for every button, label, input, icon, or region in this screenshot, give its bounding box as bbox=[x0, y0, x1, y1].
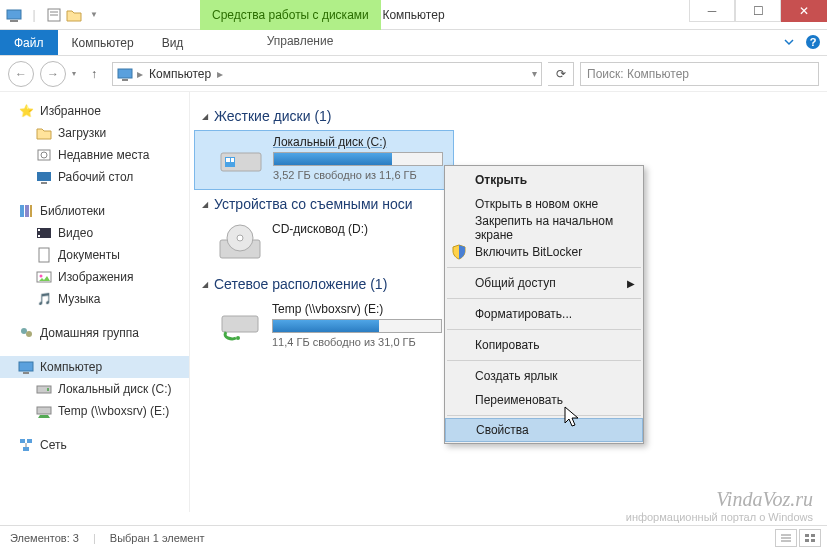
maximize-button[interactable]: ☐ bbox=[735, 0, 781, 22]
folder-icon[interactable] bbox=[66, 7, 82, 23]
sidebar-images[interactable]: Изображения bbox=[0, 266, 189, 288]
sidebar-documents[interactable]: Документы bbox=[0, 244, 189, 266]
drive-label: Локальный диск (C:) bbox=[273, 135, 443, 149]
menu-open[interactable]: Открыть bbox=[445, 168, 643, 192]
sidebar-item-label: Компьютер bbox=[40, 360, 102, 374]
menu-separator bbox=[447, 360, 641, 361]
sidebar-music[interactable]: 🎵Музыка bbox=[0, 288, 189, 310]
ribbon-expand-icon[interactable] bbox=[783, 36, 795, 51]
svg-rect-28 bbox=[37, 407, 51, 414]
sidebar-video[interactable]: Видео bbox=[0, 222, 189, 244]
sidebar-recent[interactable]: Недавние места bbox=[0, 144, 189, 166]
menu-properties[interactable]: Свойства bbox=[445, 418, 643, 442]
sidebar-item-label: Избранное bbox=[40, 104, 101, 118]
recent-dropdown-icon[interactable]: ▾ bbox=[72, 69, 76, 78]
sidebar-temp[interactable]: Temp (\\vboxsrv) (E:) bbox=[0, 400, 189, 422]
drive-local-c[interactable]: Локальный диск (C:) 3,52 ГБ свободно из … bbox=[194, 130, 454, 190]
address-bar[interactable]: ▸ Компьютер ▸ ▾ bbox=[112, 62, 542, 86]
menu-bitlocker[interactable]: Включить BitLocker bbox=[445, 240, 643, 264]
watermark-tagline: информационный портал о Windows bbox=[626, 511, 813, 523]
view-thumbnails-button[interactable] bbox=[799, 529, 821, 547]
sidebar-item-label: Загрузки bbox=[58, 126, 106, 140]
forward-button[interactable]: → bbox=[40, 61, 66, 87]
computer-icon bbox=[6, 7, 22, 23]
navigation-bar: ← → ▾ ↑ ▸ Компьютер ▸ ▾ ⟳ Поиск: Компьют… bbox=[0, 56, 827, 92]
drive-network-e[interactable]: Temp (\\vboxsrv) (E:) 11,4 ГБ свободно и… bbox=[194, 298, 454, 356]
sidebar-downloads[interactable]: Загрузки bbox=[0, 122, 189, 144]
divider: | bbox=[26, 7, 42, 23]
video-icon bbox=[36, 225, 52, 241]
submenu-arrow-icon: ▶ bbox=[627, 278, 635, 289]
status-bar: Элементов: 3 | Выбран 1 элемент bbox=[0, 525, 827, 549]
sidebar-desktop[interactable]: Рабочий стол bbox=[0, 166, 189, 188]
view-details-button[interactable] bbox=[775, 529, 797, 547]
minimize-button[interactable]: ─ bbox=[689, 0, 735, 22]
sidebar-item-label: Домашняя группа bbox=[40, 326, 139, 340]
svg-rect-0 bbox=[7, 10, 21, 19]
titlebar: | ▼ Средства работы с дисками Компьютер … bbox=[0, 0, 827, 30]
breadcrumb-separator-icon[interactable]: ▸ bbox=[137, 67, 143, 81]
menu-format[interactable]: Форматировать... bbox=[445, 302, 643, 326]
group-header-hard-drives[interactable]: Жесткие диски (1) bbox=[194, 102, 823, 130]
ribbon-tab-manage[interactable]: Управление bbox=[200, 30, 400, 52]
status-separator: | bbox=[93, 532, 96, 544]
network-icon bbox=[18, 437, 34, 453]
ribbon-tab-computer[interactable]: Компьютер bbox=[58, 30, 148, 55]
menu-rename[interactable]: Переименовать bbox=[445, 388, 643, 412]
sidebar-libraries[interactable]: Библиотеки bbox=[0, 200, 189, 222]
menu-copy[interactable]: Копировать bbox=[445, 333, 643, 357]
search-input[interactable]: Поиск: Компьютер bbox=[580, 62, 819, 86]
address-dropdown-icon[interactable]: ▾ bbox=[532, 68, 537, 79]
images-icon bbox=[36, 269, 52, 285]
menu-share[interactable]: Общий доступ▶ bbox=[445, 271, 643, 295]
network-drive-icon bbox=[36, 403, 52, 419]
breadcrumb-separator-icon[interactable]: ▸ bbox=[217, 67, 223, 81]
sidebar-network[interactable]: Сеть bbox=[0, 434, 189, 456]
svg-point-39 bbox=[237, 235, 243, 241]
drive-cd-d[interactable]: CD-дисковод (D:) bbox=[194, 218, 454, 270]
svg-point-23 bbox=[26, 331, 32, 337]
drive-usage-bar bbox=[272, 319, 442, 333]
back-button[interactable]: ← bbox=[8, 61, 34, 87]
help-icon[interactable]: ? bbox=[805, 34, 821, 53]
menu-separator bbox=[447, 415, 641, 416]
sidebar-item-label: Изображения bbox=[58, 270, 133, 284]
sidebar-item-label: Рабочий стол bbox=[58, 170, 133, 184]
menu-pin-start[interactable]: Закрепить на начальном экране bbox=[445, 216, 643, 240]
shield-icon bbox=[451, 244, 467, 260]
ribbon-tab-file[interactable]: Файл bbox=[0, 30, 58, 55]
qat-dropdown-icon[interactable]: ▼ bbox=[86, 7, 102, 23]
svg-rect-7 bbox=[118, 69, 132, 78]
context-menu: Открыть Открыть в новом окне Закрепить н… bbox=[444, 165, 644, 444]
libraries-icon bbox=[18, 203, 34, 219]
breadcrumb-computer[interactable]: Компьютер bbox=[147, 67, 213, 81]
svg-rect-47 bbox=[805, 539, 809, 542]
watermark: VindaVoz.ru информационный портал о Wind… bbox=[626, 488, 813, 523]
contextual-tab-header: Средства работы с дисками bbox=[200, 0, 381, 30]
sidebar-computer[interactable]: Компьютер bbox=[0, 356, 189, 378]
menu-create-shortcut[interactable]: Создать ярлык bbox=[445, 364, 643, 388]
svg-rect-14 bbox=[25, 205, 29, 217]
svg-point-22 bbox=[21, 328, 27, 334]
refresh-button[interactable]: ⟳ bbox=[548, 62, 574, 86]
svg-rect-29 bbox=[20, 439, 25, 443]
homegroup-icon bbox=[18, 325, 34, 341]
menu-open-new-window[interactable]: Открыть в новом окне bbox=[445, 192, 643, 216]
sidebar-homegroup[interactable]: Домашняя группа bbox=[0, 322, 189, 344]
sidebar-item-label: Документы bbox=[58, 248, 120, 262]
svg-rect-18 bbox=[38, 235, 40, 237]
ribbon-tab-view[interactable]: Вид bbox=[148, 30, 198, 55]
sidebar-local-disk[interactable]: Локальный диск (C:) bbox=[0, 378, 189, 400]
network-drive-icon bbox=[218, 302, 262, 342]
status-selection: Выбран 1 элемент bbox=[110, 532, 205, 544]
up-button[interactable]: ↑ bbox=[82, 62, 106, 86]
drive-free-text: 11,4 ГБ свободно из 31,0 ГБ bbox=[272, 336, 442, 348]
svg-rect-17 bbox=[38, 229, 40, 231]
sidebar-favorites[interactable]: ⭐Избранное bbox=[0, 100, 189, 122]
sidebar-item-label: Temp (\\vboxsrv) (E:) bbox=[58, 404, 169, 418]
svg-rect-15 bbox=[30, 205, 32, 217]
drive-usage-bar bbox=[273, 152, 443, 166]
close-button[interactable]: ✕ bbox=[781, 0, 827, 22]
properties-icon[interactable] bbox=[46, 7, 62, 23]
status-item-count: Элементов: 3 bbox=[10, 532, 79, 544]
